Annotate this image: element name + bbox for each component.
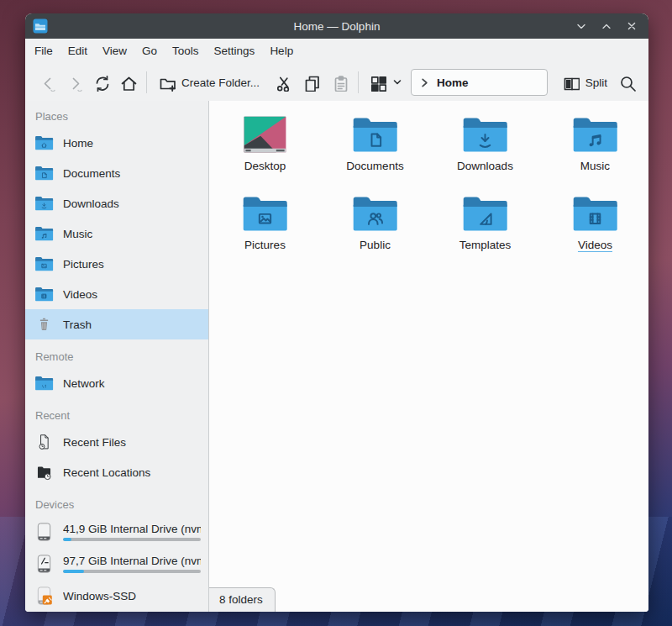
search-button[interactable] (613, 69, 640, 96)
folder-public-icon (351, 193, 399, 234)
minimize-icon (575, 19, 588, 33)
folder-item-desktop[interactable]: Desktop (210, 114, 320, 173)
dolphin-icon (33, 18, 48, 34)
device-item-97-7-gib-internal-drive-nvm[interactable]: 97,7 GiB Internal Drive (nvm… (25, 548, 208, 580)
view-mode-button[interactable] (364, 69, 391, 96)
dolphin-window: Home — Dolphin File Edit View (25, 13, 648, 612)
toolbar-separator (358, 71, 359, 93)
folder-item-pictures[interactable]: Pictures (210, 193, 320, 252)
menu-item-go[interactable]: Go (134, 39, 165, 64)
folder-view[interactable]: Desktop Documents Downloads Musi (209, 101, 648, 612)
section-title: Recent (25, 405, 208, 427)
window-button[interactable] (575, 19, 588, 33)
places-panel: Places Home Documents (25, 101, 209, 612)
view-mode-dropdown-button[interactable] (391, 76, 404, 89)
split-icon (562, 74, 580, 92)
status-bar: 8 folders (209, 587, 276, 612)
sidebar-item-downloads[interactable]: Downloads (25, 188, 208, 218)
maximize-icon (600, 19, 613, 33)
folder-documents-icon (351, 114, 399, 155)
home-button[interactable] (114, 69, 141, 96)
content-area: Places Home Documents (25, 101, 648, 612)
copy-button[interactable] (297, 69, 324, 96)
folder-item-public[interactable]: Public (320, 193, 430, 252)
paste-icon (331, 74, 349, 92)
breadcrumb-home[interactable]: Home (437, 76, 469, 89)
folder-downloads-icon (461, 114, 509, 155)
remote-section: Remote Network (25, 346, 208, 398)
folder-item-documents[interactable]: Documents (320, 114, 430, 173)
toolbar-separator (146, 71, 147, 93)
folder-templates-icon (461, 193, 509, 234)
window-title: Home — Dolphin (294, 20, 381, 33)
folder-pictures-icon (241, 193, 289, 234)
back-button[interactable] (34, 69, 60, 96)
folder-item-templates[interactable]: Templates (430, 193, 540, 252)
folder-item-videos[interactable]: Videos (540, 193, 648, 252)
sidebar-item-music[interactable]: Music (25, 218, 208, 249)
titlebar[interactable]: Home — Dolphin (25, 13, 648, 39)
folder-item-downloads[interactable]: Downloads (430, 114, 540, 173)
home-icon (119, 74, 137, 92)
chevron-down-icon (391, 76, 404, 89)
folder-home-icon (34, 134, 54, 151)
device-item-41-9-gib-internal-drive-nvm[interactable]: 41,9 GiB Internal Drive (nvm… (25, 516, 208, 548)
menu-item-view[interactable]: View (95, 39, 134, 64)
section-title: Devices (25, 494, 208, 516)
back-icon (39, 74, 56, 92)
folder-downloads-icon (34, 195, 54, 212)
folder-pictures-icon (34, 255, 54, 272)
refresh-icon (92, 74, 110, 92)
sidebar-item-network[interactable]: Network (25, 368, 208, 398)
folder-item-music[interactable]: Music (540, 114, 648, 173)
breadcrumb-chevron-icon (418, 76, 431, 89)
folder-music-icon (34, 225, 54, 242)
menu-item-edit[interactable]: Edit (60, 39, 95, 64)
sidebar-item-documents[interactable]: Documents (25, 158, 208, 188)
create-folder-icon (158, 74, 176, 92)
folder-music-icon (571, 114, 619, 155)
sidebar-item-recent-files[interactable]: Recent Files (25, 427, 208, 457)
split-button[interactable]: Split (556, 69, 613, 96)
copy-icon (302, 74, 320, 92)
sidebar-item-recent-locations[interactable]: Recent Locations (25, 457, 208, 487)
disk-usage-bar (63, 570, 201, 573)
refresh-button[interactable] (87, 69, 114, 96)
menu-item-tools[interactable]: Tools (165, 39, 207, 64)
paste-button[interactable] (326, 69, 353, 96)
cut-button[interactable] (269, 69, 296, 96)
folder-videos-icon (571, 193, 619, 234)
create-folder-button[interactable]: Create Folder... (152, 69, 265, 96)
forward-button[interactable] (60, 69, 87, 96)
icon-grid: Desktop Documents Downloads Musi (209, 101, 648, 252)
desktop-icon (241, 114, 289, 155)
location-bar[interactable]: Home (411, 69, 548, 96)
forward-icon (66, 74, 83, 92)
sidebar-item-pictures[interactable]: Pictures (25, 249, 208, 279)
window-button[interactable] (600, 19, 613, 33)
item-count: 8 folders (219, 593, 263, 606)
view-mode-icon (369, 74, 386, 92)
window-controls (575, 19, 638, 33)
toolbar: Create Folder... Home Split (25, 64, 648, 101)
split-label: Split (585, 76, 607, 89)
device-item-windows-ssd[interactable]: Windows-SSD (25, 580, 208, 612)
window-button[interactable] (625, 19, 638, 33)
menu-item-file[interactable]: File (27, 39, 60, 64)
drive-windows-icon (33, 586, 55, 606)
disk-usage-bar (63, 538, 201, 541)
devices-section: Devices 41,9 GiB Internal Drive (nvm… (25, 494, 208, 612)
sidebar-item-videos[interactable]: Videos (25, 279, 208, 309)
menu-item-settings[interactable]: Settings (207, 39, 263, 64)
menu-item-help[interactable]: Help (262, 39, 301, 64)
section-title: Places (25, 106, 208, 128)
close-icon (625, 19, 638, 33)
recent-files-icon (34, 434, 54, 450)
folder-documents-icon (34, 165, 54, 181)
sidebar-item-trash[interactable]: Trash (25, 309, 208, 339)
sidebar-item-home[interactable]: Home (25, 128, 208, 158)
search-icon (618, 74, 636, 92)
recent-section: Recent Recent Files Recent Locations (25, 405, 208, 487)
section-title: Remote (25, 346, 208, 368)
places-section: Places Home Documents (25, 106, 208, 339)
